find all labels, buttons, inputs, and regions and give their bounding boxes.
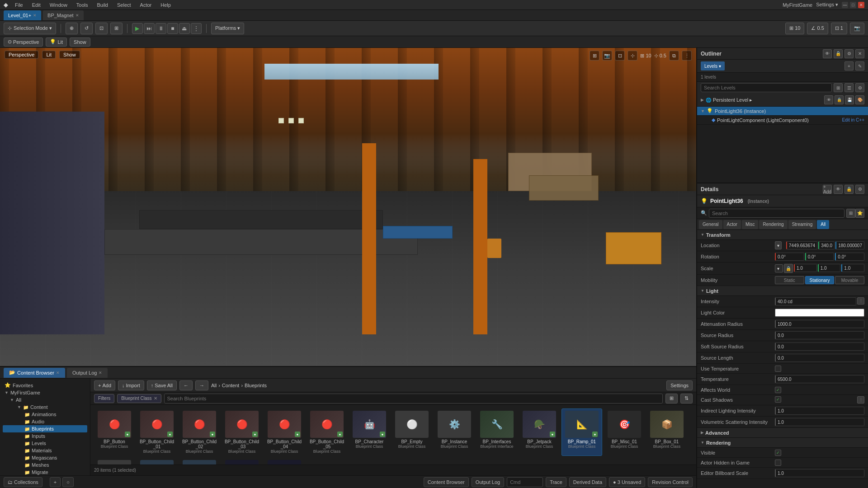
outliner-eye-btn[interactable]: 👁 — [823, 49, 832, 58]
viewport-grid-icon[interactable]: ⊡ — [615, 51, 625, 61]
scale-type-btn[interactable]: ▾ — [775, 264, 783, 272]
cast-shadows-expand-btn[interactable]: ⋮ — [857, 396, 864, 404]
level-save-btn[interactable]: 💾 — [845, 95, 854, 104]
asset-bp-jetpack[interactable]: 🪖 ● BP_Jetpack Blueprint Class — [519, 408, 560, 456]
tree-materials[interactable]: 📁 Materials — [3, 447, 87, 454]
level-eye-btn[interactable]: 👁 — [824, 95, 833, 104]
breadcrumb-content[interactable]: Content — [222, 383, 240, 388]
source-length-field[interactable]: 0.0 — [775, 354, 864, 362]
nav-next-btn[interactable]: → — [195, 380, 208, 390]
breadcrumb-blueprints[interactable]: Blueprints — [245, 383, 267, 388]
volumetric-scattering-field[interactable]: 1.0 — [775, 418, 864, 426]
tree-content[interactable]: ▼ 📁 Content — [3, 404, 87, 411]
soft-source-radius-field[interactable]: 0.0 — [775, 343, 864, 351]
rotation-y-field[interactable]: 0.0° — [805, 253, 835, 261]
tree-my-first-game[interactable]: ▼ MyFirstGame — [3, 389, 87, 396]
unsaved-btn[interactable]: ● 3 Unsaved — [609, 477, 645, 487]
section-transform[interactable]: ▼ Transform — [697, 230, 868, 240]
intensity-expand-btn[interactable]: ⋮ — [857, 297, 864, 305]
rotation-x-field[interactable]: 0.0° — [775, 253, 804, 261]
details-lock-btn[interactable]: 🔒 — [844, 185, 854, 194]
section-rendering[interactable]: ▼ Rendering — [697, 438, 868, 448]
circle-btn[interactable]: ○ — [62, 477, 74, 487]
source-radius-field[interactable]: 0.0 — [775, 331, 864, 339]
tree-all[interactable]: ▼ All — [3, 396, 87, 404]
view-toggle-btn[interactable]: ⊞ — [665, 394, 678, 404]
indirect-lighting-field[interactable]: 1.0 — [775, 407, 864, 415]
collections-btn[interactable]: 🗂 Collections — [4, 477, 42, 487]
asset-bp-character[interactable]: 🤖 ● BP_Character Blueprint Class — [349, 408, 390, 456]
asset-bp-button-child03[interactable]: 🔴 ● BP_Button_Child_03 Blueprint Class — [222, 408, 262, 456]
more-options-btn[interactable]: ⋮ — [191, 23, 202, 34]
view-perspective-btn[interactable]: ⊙ Perspective — [4, 38, 43, 47]
outliner-item-pointlight-component[interactable]: ◆ PointLightComponent (LightComponent0) … — [697, 116, 868, 125]
mobility-movable-btn[interactable]: Movable — [835, 276, 864, 284]
filter-tab-actor[interactable]: Actor — [723, 220, 741, 229]
filter-tab-general[interactable]: General — [699, 220, 722, 229]
menu-select[interactable]: Select — [115, 2, 133, 8]
filter-tab-rendering[interactable]: Rendering — [759, 220, 787, 229]
stop-button[interactable]: ■ — [167, 23, 178, 34]
view-lit-btn[interactable]: 💡 Lit — [46, 38, 67, 47]
use-temperature-checkbox[interactable] — [775, 366, 781, 372]
asset-bp-console2[interactable]: 🖥️ BP_Monitor Blueprint Class — [264, 458, 305, 465]
details-search-input[interactable] — [709, 209, 844, 218]
details-star-btn[interactable]: ⭐ — [855, 209, 864, 218]
lighting-toggle-btn[interactable]: Lit — [42, 51, 56, 59]
asset-bp-button-child01[interactable]: 🔴 ● BP_Button_Child_01 Blueprint Class — [137, 408, 177, 456]
transform-btn[interactable]: ⊕ — [66, 23, 78, 34]
tree-audio[interactable]: 📁 Audio — [3, 418, 87, 425]
perspective-toggle-btn[interactable]: Perspective — [5, 51, 38, 59]
details-eye-btn[interactable]: 👁 — [834, 185, 843, 194]
select-mode-btn[interactable]: ⊹ Selection Mode ▾ — [4, 23, 56, 34]
section-advanced[interactable]: ▶ Advanced — [697, 428, 868, 438]
scale-z-field[interactable]: 1.0 — [841, 264, 864, 272]
details-settings-btn[interactable]: ⚙ — [855, 185, 864, 194]
add-tab-icon-btn[interactable]: + — [50, 477, 61, 487]
settings-btn[interactable]: Settings — [666, 380, 693, 390]
platforms-btn[interactable]: Platforms ▾ — [211, 23, 245, 34]
derived-data-btn[interactable]: Derived Data — [569, 477, 606, 487]
viewport-camera-icon[interactable]: 📷 — [602, 51, 612, 61]
nav-prev-btn[interactable]: ← — [179, 380, 193, 390]
outliner-settings-btn[interactable]: ⚙ — [844, 49, 854, 58]
level-color-btn[interactable]: 🎨 — [855, 95, 864, 104]
outliner-settings2-btn[interactable]: ⚙ — [855, 83, 864, 92]
billboard-scale-field[interactable]: 1.0 — [775, 469, 864, 477]
filter-tag-btn[interactable]: Filters — [94, 394, 114, 403]
search-input[interactable] — [164, 394, 663, 404]
outliner-close-btn[interactable]: ✕ — [855, 49, 864, 58]
viewport-settings-btn[interactable]: ⋮ — [682, 51, 692, 61]
asset-bp-button-child05[interactable]: 🔴 ● BP_Button_Child_05 Blueprint Class — [307, 408, 347, 456]
output-tab-close[interactable]: ✕ — [99, 371, 102, 375]
level-lock-btn[interactable]: 🔒 — [835, 95, 844, 104]
viewport-snap-icon[interactable]: ⊹ — [627, 51, 637, 61]
actor-hidden-checkbox[interactable] — [775, 460, 781, 466]
outliner-grid-btn[interactable]: ⊞ — [834, 83, 843, 92]
show-toggle-btn[interactable]: Show — [59, 51, 80, 59]
asset-bp-instance[interactable]: ⚙️ BP_Instance Blueprint Class — [434, 408, 475, 456]
menu-actor[interactable]: Actor — [138, 2, 154, 8]
outliner-list-btn[interactable]: ☰ — [844, 83, 854, 92]
asset-bp-dots[interactable]: 🎯 BP_Misc_01 Blueprint Class — [604, 408, 645, 456]
tab-close-bp-magnet[interactable]: ✕ — [75, 13, 79, 18]
scale-x-field[interactable]: 1.0 — [794, 264, 817, 272]
menu-build[interactable]: Build — [95, 2, 110, 8]
cmd-input[interactable] — [507, 477, 543, 487]
play-button[interactable]: ▶ — [132, 23, 143, 34]
asset-bp-console1[interactable]: 🖥️ BP_Console Blueprint Class — [222, 458, 262, 465]
mobility-stationary-btn[interactable]: Stationary — [805, 276, 835, 284]
grid-snap-btn[interactable]: ⊞ 10 — [785, 23, 804, 34]
location-x-field[interactable]: 7449.663674 — [786, 241, 817, 249]
menu-window[interactable]: Window — [48, 2, 69, 8]
filter-close-icon[interactable]: ✕ — [154, 396, 157, 401]
details-add-btn[interactable]: + Add — [823, 185, 832, 194]
content-browser-btn[interactable]: Content Browser — [424, 477, 469, 487]
skip-button[interactable]: ⏭ — [144, 23, 155, 34]
tree-animations[interactable]: 📁 Animations — [3, 411, 87, 418]
outliner-search-input[interactable] — [701, 83, 832, 92]
camera-btn[interactable]: 📷 — [850, 23, 864, 34]
visible-checkbox[interactable]: ✓ — [775, 450, 781, 456]
tab-level01[interactable]: Level_01+ ✕ — [4, 10, 41, 20]
location-y-field[interactable]: 340.0 — [818, 241, 835, 249]
